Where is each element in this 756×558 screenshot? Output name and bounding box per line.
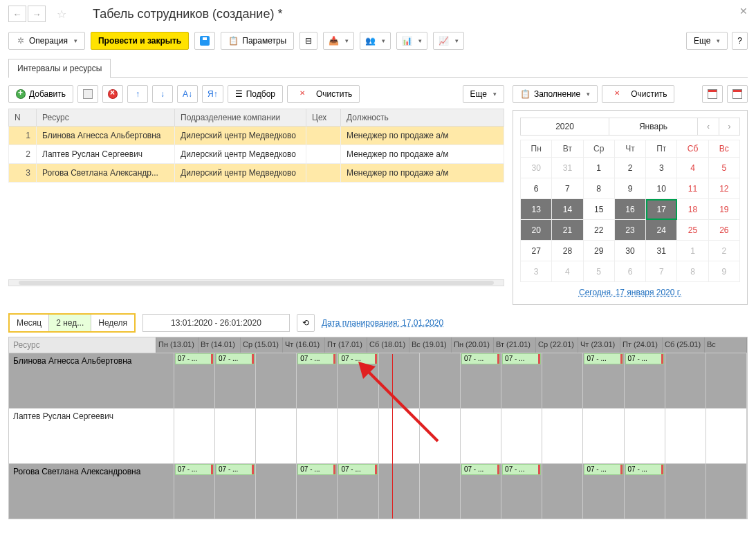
calendar-day[interactable]: 2 <box>614 158 645 178</box>
schedule-cell[interactable]: 07 - ... <box>174 464 215 519</box>
calendar-prev[interactable]: ‹ <box>698 118 719 135</box>
schedule-cell[interactable] <box>420 409 461 463</box>
schedule-cell[interactable] <box>338 409 378 463</box>
calendar-day[interactable]: 3 <box>646 158 677 178</box>
copy-button[interactable] <box>77 85 98 103</box>
calendar-day[interactable]: 19 <box>708 199 739 220</box>
schedule-cell[interactable] <box>461 409 501 463</box>
calendar-day[interactable]: 7 <box>646 261 677 282</box>
calendar-day[interactable]: 6 <box>521 178 552 199</box>
schedule-cell[interactable]: 07 - ... <box>583 353 624 408</box>
schedule-cell[interactable] <box>665 353 706 408</box>
calendar-day[interactable]: 30 <box>614 241 645 261</box>
calendar-day[interactable]: 27 <box>521 241 552 261</box>
calendar-day[interactable]: 10 <box>646 178 677 199</box>
report-button[interactable]: 📊 <box>396 32 427 50</box>
save-button[interactable] <box>194 32 215 50</box>
calendar-day[interactable]: 29 <box>583 241 614 261</box>
grid-more-button[interactable]: Еще <box>463 85 504 103</box>
schedule-slot[interactable]: 07 - ... <box>338 353 377 364</box>
schedule-cell[interactable]: 07 - ... <box>215 464 256 519</box>
calendar-day[interactable]: 20 <box>521 220 552 241</box>
calendar-day[interactable]: 26 <box>708 220 739 241</box>
calendar-year[interactable]: 2020 <box>521 118 609 135</box>
schedule-slot[interactable]: 07 - ... <box>461 353 500 364</box>
table-row[interactable]: 3Рогова Светлана Александр...Дилерский ц… <box>9 164 504 183</box>
calendar-day[interactable]: 11 <box>677 178 708 199</box>
schedule-cell[interactable]: 07 - ... <box>625 464 665 519</box>
related-button[interactable]: 📥 <box>323 32 354 50</box>
schedule-slot[interactable]: 07 - ... <box>625 464 664 475</box>
clear-button[interactable]: Очистить <box>287 85 360 103</box>
calendar-view-button[interactable] <box>702 85 723 103</box>
sort-asc-button[interactable]: А↓ <box>177 85 198 103</box>
schedule-row[interactable]: Лаптев Руслан Сергеевич <box>9 408 747 463</box>
seg-week[interactable]: Неделя <box>91 315 134 331</box>
schedule-cell[interactable] <box>379 409 420 463</box>
calendar-day[interactable]: 17 <box>646 199 677 220</box>
calendar-day[interactable]: 5 <box>708 158 739 178</box>
schedule-cell[interactable] <box>542 464 583 519</box>
schedule-cell[interactable]: 07 - ... <box>461 464 501 519</box>
schedule-cell[interactable] <box>256 353 297 408</box>
schedule-slot[interactable]: 07 - ... <box>297 464 336 475</box>
horizontal-scrollbar[interactable] <box>8 279 504 286</box>
close-button[interactable]: ✕ <box>739 6 748 17</box>
schedule-row[interactable]: Блинова Агнесса Альбертовна07 - ...07 - … <box>9 353 747 408</box>
schedule-cell[interactable] <box>379 464 420 519</box>
schedule-cell[interactable]: 07 - ... <box>338 353 378 408</box>
schedule-cell[interactable]: 07 - ... <box>297 464 338 519</box>
calendar-next[interactable]: › <box>719 118 739 135</box>
parameters-button[interactable]: 📋Параметры <box>221 32 294 50</box>
calendar-day[interactable]: 1 <box>583 158 614 178</box>
calendar-day[interactable]: 8 <box>677 261 708 282</box>
schedule-slot[interactable]: 07 - ... <box>502 464 541 475</box>
schedule-cell[interactable]: 07 - ... <box>338 464 378 519</box>
col-division[interactable]: Подразделение компании <box>175 109 306 127</box>
forward-button[interactable]: → <box>28 6 46 22</box>
schedule-slot[interactable]: 07 - ... <box>175 353 214 364</box>
calendar-day[interactable]: 1 <box>677 241 708 261</box>
schedule-cell[interactable] <box>542 409 583 463</box>
delete-button[interactable] <box>102 85 123 103</box>
post-and-close-button[interactable]: Провести и закрыть <box>91 32 189 50</box>
schedule-slot[interactable]: 07 - ... <box>502 353 541 364</box>
schedule-slot[interactable]: 07 - ... <box>175 464 214 475</box>
schedule-slot[interactable]: 07 - ... <box>216 464 255 475</box>
schedule-cell[interactable]: 07 - ... <box>174 353 215 408</box>
schedule-cell[interactable] <box>256 409 297 463</box>
calendar-day[interactable]: 4 <box>552 261 583 282</box>
calendar-day[interactable]: 12 <box>708 178 739 199</box>
calendar-day[interactable]: 22 <box>583 220 614 241</box>
schedule-slot[interactable]: 07 - ... <box>216 353 255 364</box>
calendar-day[interactable]: 18 <box>677 199 708 220</box>
calendar-day[interactable]: 21 <box>552 220 583 241</box>
refresh-button[interactable]: ⟲ <box>297 314 315 332</box>
schedule-cell[interactable] <box>706 464 747 519</box>
calendar-day[interactable]: 31 <box>552 158 583 178</box>
schedule-cell[interactable] <box>583 409 624 463</box>
schedule-cell[interactable] <box>501 409 542 463</box>
calendar-day[interactable]: 31 <box>646 241 677 261</box>
schedule-slot[interactable]: 07 - ... <box>625 353 664 364</box>
chart-button[interactable]: 📈 <box>433 32 464 50</box>
calendar-day[interactable]: 4 <box>677 158 708 178</box>
more-button[interactable]: Еще <box>686 32 728 50</box>
schedule-cell[interactable] <box>174 409 215 463</box>
calendar-day[interactable]: 7 <box>552 178 583 199</box>
calendar-day[interactable]: 30 <box>521 158 552 178</box>
calendar-day[interactable]: 13 <box>521 199 552 220</box>
users-button[interactable]: 👥 <box>360 32 391 50</box>
structure-button[interactable]: ⊟ <box>299 32 317 50</box>
calendar-day[interactable]: 15 <box>583 199 614 220</box>
sort-desc-button[interactable]: Я↑ <box>202 85 223 103</box>
schedule-cell[interactable] <box>706 409 747 463</box>
calendar-day[interactable]: 28 <box>552 241 583 261</box>
schedule-cell[interactable] <box>379 353 420 408</box>
calendar-day[interactable]: 16 <box>614 199 645 220</box>
schedule-cell[interactable] <box>215 409 256 463</box>
calendar-day[interactable]: 8 <box>583 178 614 199</box>
schedule-cell[interactable]: 07 - ... <box>297 353 338 408</box>
schedule-cell[interactable]: 07 - ... <box>215 353 256 408</box>
fill-button[interactable]: 📋Заполнение <box>513 85 598 103</box>
